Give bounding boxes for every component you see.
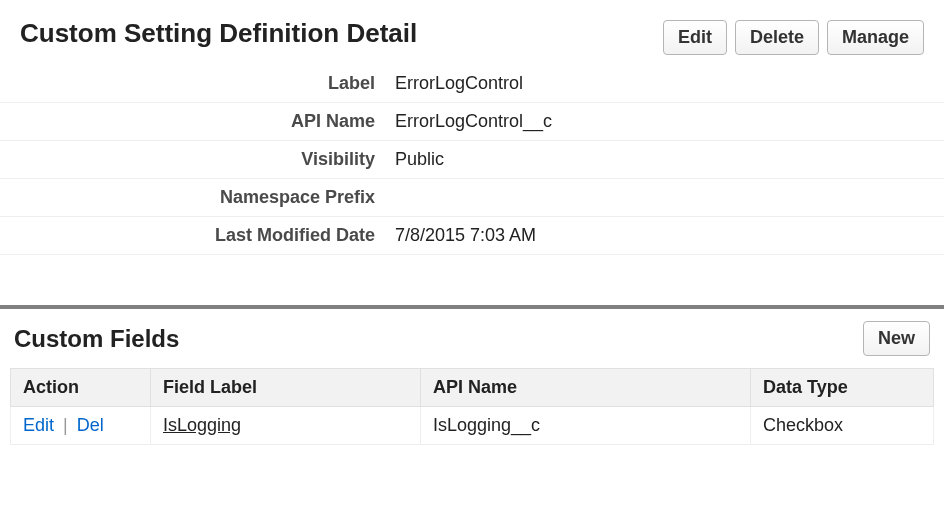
manage-button[interactable]: Manage bbox=[827, 20, 924, 55]
detail-label: Visibility bbox=[0, 141, 385, 179]
action-cell: Edit | Del bbox=[11, 407, 151, 445]
custom-fields-table-wrap: Action Field Label API Name Data Type Ed… bbox=[0, 368, 944, 455]
field-label-cell: IsLogging bbox=[151, 407, 421, 445]
detail-value bbox=[385, 179, 944, 217]
delete-button[interactable]: Delete bbox=[735, 20, 819, 55]
detail-row: API Name ErrorLogControl__c bbox=[0, 103, 944, 141]
column-action: Action bbox=[11, 369, 151, 407]
detail-header: Custom Setting Definition Detail Edit De… bbox=[0, 0, 944, 65]
table-header-row: Action Field Label API Name Data Type bbox=[11, 369, 934, 407]
new-button[interactable]: New bbox=[863, 321, 930, 356]
detail-row: Label ErrorLogControl bbox=[0, 65, 944, 103]
detail-row: Namespace Prefix bbox=[0, 179, 944, 217]
detail-label: Namespace Prefix bbox=[0, 179, 385, 217]
row-edit-link[interactable]: Edit bbox=[23, 415, 54, 435]
custom-fields-title: Custom Fields bbox=[14, 325, 179, 353]
detail-row: Last Modified Date 7/8/2015 7:03 AM bbox=[0, 217, 944, 255]
detail-value: ErrorLogControl bbox=[385, 65, 944, 103]
detail-label: Last Modified Date bbox=[0, 217, 385, 255]
action-separator: | bbox=[59, 415, 72, 435]
data-type-cell: Checkbox bbox=[751, 407, 934, 445]
detail-value: ErrorLogControl__c bbox=[385, 103, 944, 141]
column-api-name: API Name bbox=[421, 369, 751, 407]
column-field-label: Field Label bbox=[151, 369, 421, 407]
edit-button[interactable]: Edit bbox=[663, 20, 727, 55]
api-name-cell: IsLogging__c bbox=[421, 407, 751, 445]
column-data-type: Data Type bbox=[751, 369, 934, 407]
detail-label: Label bbox=[0, 65, 385, 103]
header-button-row: Edit Delete Manage bbox=[663, 20, 924, 55]
custom-fields-table: Action Field Label API Name Data Type Ed… bbox=[10, 368, 934, 445]
detail-value: Public bbox=[385, 141, 944, 179]
table-row: Edit | Del IsLogging IsLogging__c Checkb… bbox=[11, 407, 934, 445]
detail-row: Visibility Public bbox=[0, 141, 944, 179]
field-label-link[interactable]: IsLogging bbox=[163, 415, 241, 435]
row-del-link[interactable]: Del bbox=[77, 415, 104, 435]
detail-value: 7/8/2015 7:03 AM bbox=[385, 217, 944, 255]
detail-table: Label ErrorLogControl API Name ErrorLogC… bbox=[0, 65, 944, 255]
page-title: Custom Setting Definition Detail bbox=[20, 18, 417, 49]
custom-fields-header: Custom Fields New bbox=[0, 309, 944, 368]
detail-label: API Name bbox=[0, 103, 385, 141]
